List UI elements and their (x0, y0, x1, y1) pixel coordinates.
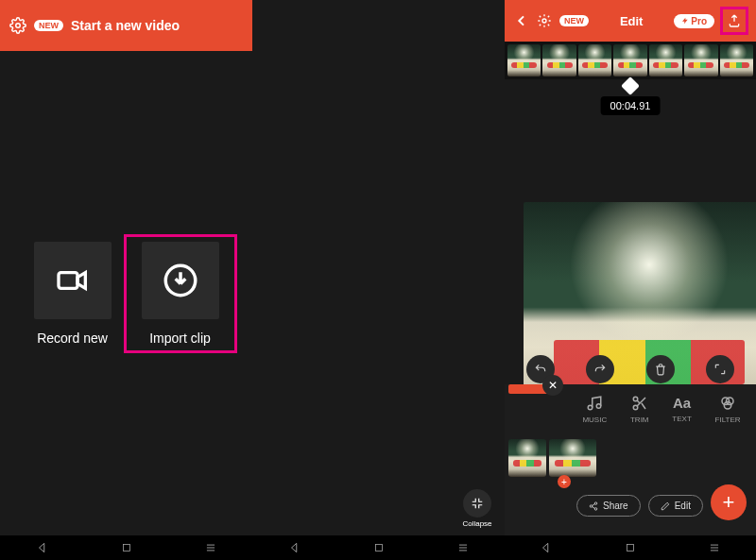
timeline-thumb[interactable] (507, 44, 541, 76)
expand-icon (713, 363, 727, 376)
playhead-icon[interactable] (621, 76, 640, 95)
tab-music-label: MUSIC (582, 416, 607, 424)
svg-point-20 (590, 504, 593, 507)
timestamp-badge: 00:04.91 (601, 96, 661, 115)
collapse-icon (471, 497, 484, 510)
nav-recent-icon[interactable] (708, 541, 721, 554)
gear-icon[interactable] (9, 17, 26, 34)
timeline-strip[interactable] (505, 42, 756, 79)
collapse-button[interactable]: Collapse (457, 489, 497, 528)
camera-icon (54, 262, 92, 299)
music-icon (586, 395, 603, 412)
share-button[interactable]: Share (576, 495, 641, 517)
nav-recent-icon[interactable] (456, 541, 470, 554)
timeline-thumb[interactable] (578, 44, 611, 76)
svg-point-19 (594, 501, 597, 504)
left-body: Record new Import clip (0, 51, 252, 535)
trash-icon (654, 363, 667, 376)
timeline-thumb[interactable] (613, 44, 646, 76)
timeline-thumb[interactable] (684, 44, 717, 76)
tab-music[interactable]: MUSIC (582, 395, 607, 424)
pro-label: Pro (691, 16, 707, 26)
tab-filter-label: FILTER (715, 416, 741, 424)
nav-back-icon[interactable] (288, 541, 301, 554)
undo-icon (534, 363, 547, 376)
tab-text[interactable]: Aa TEXT (672, 395, 691, 423)
svg-point-13 (597, 403, 602, 408)
download-circle-icon (161, 261, 200, 300)
share-icon (589, 501, 598, 511)
timeline-thumb[interactable] (542, 44, 576, 76)
nav-home-icon[interactable] (120, 541, 133, 554)
import-clip-label: Import clip (149, 331, 211, 346)
record-new-label: Record new (37, 331, 108, 346)
close-icon: ✕ (548, 379, 558, 392)
svg-rect-1 (59, 272, 77, 288)
close-panel-button[interactable]: ✕ (542, 375, 563, 396)
tab-trim[interactable]: TRIM (630, 395, 649, 424)
gear-icon[interactable] (537, 13, 552, 28)
nav-back-icon[interactable] (540, 541, 553, 554)
svg-rect-3 (123, 545, 129, 552)
share-label: Share (603, 501, 628, 511)
android-navbar (505, 535, 756, 560)
pro-button[interactable]: Pro (674, 14, 714, 28)
filter-icon (719, 395, 736, 412)
nav-recent-icon[interactable] (204, 541, 217, 554)
editor-bottom-panel: ✕ MUSIC TRIM Aa TEXT FILTER (505, 384, 756, 535)
timeline-thumb[interactable] (720, 44, 753, 76)
clip-thumb[interactable] (549, 439, 596, 477)
timeline-thumb[interactable] (649, 44, 682, 76)
svg-rect-7 (375, 545, 382, 552)
edit-screen: NEW Edit Pro 00:04.91 (505, 0, 756, 560)
start-video-title: Start a new video (71, 18, 180, 33)
edit-label: Edit (675, 501, 691, 511)
new-badge: NEW (559, 15, 589, 26)
tab-trim-label: TRIM (630, 416, 649, 424)
new-badge: NEW (34, 20, 63, 31)
add-fab-button[interactable]: + (711, 484, 747, 520)
tab-filter[interactable]: FILTER (715, 395, 741, 424)
left-header: NEW Start a new video (0, 0, 252, 51)
nav-home-icon[interactable] (624, 541, 637, 554)
export-button[interactable] (722, 8, 747, 33)
preview-screen: Collapse (252, 0, 505, 560)
svg-point-18 (724, 401, 731, 409)
pencil-icon (661, 501, 670, 511)
back-chevron-icon[interactable] (514, 13, 529, 28)
import-clip-button[interactable]: Import clip (131, 242, 230, 346)
plus-icon: + (723, 490, 735, 515)
svg-point-11 (542, 19, 546, 23)
add-clip-button[interactable]: + (558, 475, 571, 488)
edit-button[interactable]: Edit (648, 495, 703, 517)
text-icon: Aa (673, 395, 691, 411)
tab-text-label: TEXT (672, 415, 691, 423)
start-screen: NEW Start a new video Record new (0, 0, 252, 560)
record-new-button[interactable]: Record new (24, 242, 122, 346)
nav-back-icon[interactable] (36, 541, 49, 554)
svg-point-0 (16, 24, 21, 28)
right-header: NEW Edit Pro (505, 0, 756, 42)
svg-point-12 (589, 405, 593, 410)
clip-thumb[interactable] (508, 439, 546, 477)
svg-point-21 (594, 507, 597, 510)
android-navbar (0, 535, 252, 560)
scissors-icon (631, 395, 648, 412)
nav-home-icon[interactable] (372, 541, 386, 554)
android-navbar (252, 535, 505, 560)
svg-rect-22 (627, 545, 633, 552)
collapse-label: Collapse (462, 519, 491, 528)
edit-title: Edit (620, 14, 644, 28)
redo-icon (593, 363, 607, 376)
